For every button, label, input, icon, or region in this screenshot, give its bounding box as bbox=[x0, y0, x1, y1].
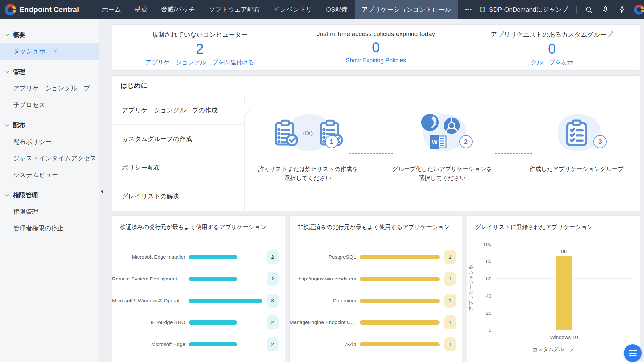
sidebar-item-3-1[interactable]: 管理者権限の停止 bbox=[0, 220, 99, 237]
sidebar-item-0-0[interactable]: ダッシュボード bbox=[0, 43, 99, 60]
sdp-icon bbox=[479, 6, 486, 13]
checklist-icon bbox=[561, 118, 592, 148]
sidebar-item-2-0[interactable]: 配布ポリシー bbox=[0, 134, 99, 150]
chart-title: 検証済みの発行元が最もよく使用するアプリケーション bbox=[112, 216, 285, 231]
hbar-bar bbox=[360, 255, 440, 259]
nav-item-4[interactable]: インベントリ bbox=[267, 0, 319, 19]
search-icon[interactable] bbox=[585, 5, 593, 14]
gridline-100: 100 bbox=[495, 244, 632, 244]
nav-item-1[interactable]: 構成 bbox=[128, 0, 154, 19]
sidebar-section-header-0[interactable]: 概要 bbox=[0, 26, 99, 43]
hbar-value-badge: 2 bbox=[267, 315, 279, 329]
chevron-down-icon bbox=[5, 33, 10, 37]
hbar-row: Microsoft Edge Installer2 bbox=[112, 246, 285, 268]
main-content: 規制されていないコンピューター2アプリケーショングループを関連付けるJust i… bbox=[112, 24, 640, 362]
lightning-icon[interactable] bbox=[618, 5, 626, 14]
hbar-rows-1: Microsoft Edge Installer2Remote System D… bbox=[112, 246, 285, 355]
chrome-icon bbox=[443, 116, 461, 135]
hbar-label: ManageEngine Endpoint Central bbox=[290, 319, 360, 325]
stat-title: Just in Time access policies expiring to… bbox=[288, 30, 464, 38]
top-navbar: Endpoint Central ホーム構成脅威/パッチソフトウェア配布インベン… bbox=[0, 0, 644, 19]
hbar-value-badge: 2 bbox=[267, 250, 279, 264]
nav-item-5[interactable]: OS配備 bbox=[319, 0, 354, 19]
sidebar-item-2-2[interactable]: システムビュー bbox=[0, 167, 99, 183]
vbar-value: 86 bbox=[556, 248, 572, 254]
nav-item-2[interactable]: 脅威/パッチ bbox=[154, 0, 202, 19]
hbar-value-badge: 1 bbox=[444, 272, 456, 286]
stat-value: 2 bbox=[112, 41, 288, 57]
stat-card-0: 規制されていないコンピューター2アプリケーショングループを関連付ける bbox=[112, 25, 288, 70]
endpoint-central-logo-icon bbox=[5, 4, 16, 15]
svg-text:W: W bbox=[432, 139, 437, 146]
hbar-row: PostgreSQL1 bbox=[290, 246, 462, 268]
chart-unverified-publishers: 非検証済みの発行元が最もよく使用するアプリケーション PostgreSQL1ht… bbox=[289, 215, 463, 362]
hbar-value-badge: 1 bbox=[444, 294, 456, 308]
hbar-label: Microsoft Edge Installer bbox=[112, 254, 189, 260]
hbar-bar bbox=[189, 320, 237, 325]
clipboard-check-icon bbox=[271, 119, 300, 148]
stat-link[interactable]: グループを表示 bbox=[531, 58, 573, 66]
hbar-value-badge: 1 bbox=[444, 250, 456, 264]
stat-link[interactable]: Show Expiring Policies bbox=[346, 57, 406, 64]
hbar-track bbox=[189, 299, 262, 303]
step-connector-2 bbox=[495, 153, 532, 154]
hbar-track bbox=[189, 255, 262, 259]
sidebar-resize-handle[interactable] bbox=[101, 184, 106, 199]
brand: Endpoint Central bbox=[0, 0, 85, 19]
chevron-down-icon bbox=[5, 123, 10, 128]
nav-divider bbox=[576, 6, 577, 14]
getting-started-steps: (Or) 1 許可リ bbox=[245, 96, 640, 211]
nav-more-button[interactable]: ••• bbox=[458, 0, 479, 19]
chart-title: グレイリストに登録されたアプリケーション bbox=[467, 216, 640, 231]
hbar-track bbox=[360, 342, 440, 346]
stats-row: 規制されていないコンピューター2アプリケーショングループを関連付けるJust i… bbox=[112, 24, 640, 71]
sidebar-item-2-1[interactable]: ジャストインタイムアクセス bbox=[0, 150, 99, 167]
nav-item-6[interactable]: アプリケーションコントロール bbox=[355, 0, 458, 19]
hbar-value-badge: 1 bbox=[444, 337, 456, 351]
vplot: アプリケーション数 020406080100 86 Windows 10 bbox=[495, 244, 632, 330]
collapse-arrow-icon bbox=[101, 190, 103, 193]
stat-link[interactable]: アプリケーショングループを関連付ける bbox=[145, 58, 254, 66]
gs-tab-2[interactable]: ポリシー配布 bbox=[112, 153, 244, 182]
sdp-jump-link[interactable]: SDP-OnDemandにジャンプ bbox=[479, 5, 568, 14]
hbar-bar bbox=[189, 255, 237, 259]
sidebar-section-header-3[interactable]: 権限管理 bbox=[0, 186, 99, 204]
chart-greylisted-apps: グレイリストに登録されたアプリケーション アプリケーション数 020406080… bbox=[467, 215, 640, 362]
gs-tab-3[interactable]: グレイリストの解決 bbox=[112, 182, 244, 211]
chart-verified-publishers: 検証済みの発行元が最もよく使用するアプリケーション Microsoft Edge… bbox=[112, 215, 285, 362]
hbar-label: PostgreSQL bbox=[290, 254, 360, 260]
hbar-label: IEToEdge BHO bbox=[112, 319, 189, 325]
menu-icon bbox=[629, 350, 637, 351]
sidebar-section-2: 配布配布ポリシージャストインタイムアクセスシステムビュー bbox=[0, 116, 99, 183]
account-logo-icon[interactable] bbox=[634, 5, 644, 15]
step-connector-1 bbox=[349, 153, 393, 154]
step-2-number: 2 bbox=[459, 135, 473, 148]
chart-title: 非検証済みの発行元が最もよく使用するアプリケーション bbox=[290, 216, 462, 231]
sidebar-item-1-1[interactable]: 子プロセス bbox=[0, 97, 99, 113]
y-axis-title: アプリケーション数 bbox=[468, 264, 475, 311]
nav-item-3[interactable]: ソフトウェア配布 bbox=[202, 0, 267, 19]
chevron-down-icon bbox=[5, 193, 10, 198]
sidebar-section-label: 概要 bbox=[13, 31, 25, 39]
sidebar-item-1-0[interactable]: アプリケーショングループ bbox=[0, 80, 99, 97]
step-1-caption: 許可リストまたは禁止リストの作成を 選択してください bbox=[249, 165, 367, 182]
nav-item-0[interactable]: ホーム bbox=[95, 0, 128, 19]
sidebar-section-header-1[interactable]: 管理 bbox=[0, 63, 99, 80]
getting-started-title: はじめに bbox=[112, 76, 640, 96]
sidebar-section-3: 権限管理権限管理管理者権限の停止 bbox=[0, 186, 99, 237]
hbar-bar bbox=[189, 342, 237, 346]
gs-tab-0[interactable]: アプリケーショングループの作成 bbox=[112, 96, 244, 125]
sidebar-section-header-2[interactable]: 配布 bbox=[0, 116, 99, 134]
hbar-bar bbox=[360, 320, 440, 325]
sidebar-item-3-0[interactable]: 権限管理 bbox=[0, 204, 99, 220]
y-tick-label: 60 bbox=[486, 276, 492, 281]
rocket-icon[interactable] bbox=[601, 5, 610, 14]
hbar-row: Microsoft Edge2 bbox=[112, 333, 285, 355]
stat-value: 0 bbox=[288, 39, 464, 56]
floating-menu-button[interactable] bbox=[624, 344, 642, 362]
stat-card-2: アプリリクエストのあるカスタムグループ0グループを表示 bbox=[464, 25, 640, 70]
y-tick-label: 0 bbox=[489, 327, 491, 333]
gs-tab-1[interactable]: カスタムグループの作成 bbox=[112, 125, 244, 153]
word-icon: W bbox=[429, 134, 448, 149]
sidebar: 概要ダッシュボード管理アプリケーショングループ子プロセス配布配布ポリシージャスト… bbox=[0, 19, 99, 362]
